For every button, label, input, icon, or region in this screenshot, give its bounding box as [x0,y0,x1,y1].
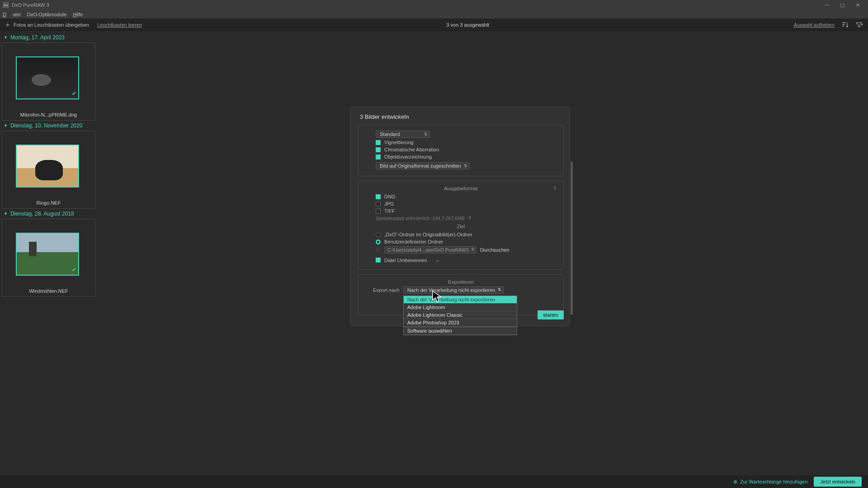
destination-section-title: Ziel [364,224,558,229]
correction-preset-value: Standard [380,131,400,137]
output-panel: Ausgabeformat ? DNG JPG TIFF Speicherpla… [358,181,564,270]
develop-now-button[interactable]: Jetzt entwickeln [814,477,862,487]
crop-select[interactable]: Bild auf Originalformat zugeschnitten ⇅ [376,162,470,169]
filter-icon[interactable]: ▾ [855,21,863,29]
thumbnail-filename: Windmühlen.NEF [16,288,81,294]
collapse-icon: ▼ [4,211,8,216]
crop-select-value: Bild auf Originalformat zugeschnitten [380,163,461,169]
caret-icon: ⇅ [464,164,467,168]
plus-icon: ＋ [5,21,11,29]
vignetting-checkbox[interactable] [376,140,381,145]
selected-check-icon: ✔ [72,90,76,97]
footer-bar: ⊕ Zur Warteschlange hinzufügen Jetzt ent… [0,475,868,488]
export-option[interactable]: Software auswählen [404,327,517,335]
thumbnail[interactable]: ✔ [16,145,79,188]
export-to-label: Export nach [373,287,400,293]
export-option[interactable]: Adobe Photoshop 2023 [404,319,517,327]
collapse-icon: ▼ [4,123,8,128]
export-dropdown: Nach der Verarbeitung nicht exportieren … [403,296,517,335]
start-button[interactable]: starten [538,310,564,319]
thumbnail-filename: Ringo.NEF [16,200,81,206]
selected-check-icon: ✔ [72,267,76,273]
add-photos-button[interactable]: ＋ Fotos an Leuchtkasten übergeben [5,21,89,29]
browse-button[interactable]: Durchsuchen [480,247,509,253]
dng-checkbox[interactable] [376,194,381,199]
tiff-checkbox[interactable] [376,209,381,214]
maximize-button[interactable]: ▢ [835,0,850,10]
export-target-value: Nach der Verarbeitung nicht exportieren [407,287,495,293]
export-target-select[interactable]: Nach der Verarbeitung nicht exportieren … [403,286,504,294]
correction-preset-select[interactable]: Standard ⇅ [376,131,430,138]
chevron-down-icon[interactable]: ⌄ [435,257,439,263]
rename-label: Datei Umbenennen [384,258,427,263]
dialog-scrollbar[interactable] [571,161,573,315]
dxo-folder-radio[interactable] [376,232,381,237]
add-to-queue-label: Zur Warteschlange hinzufügen [740,479,807,484]
thumbnail[interactable]: ✔ [16,233,79,276]
add-to-queue-button[interactable]: ⊕ Zur Warteschlange hinzufügen [733,479,807,485]
dialog-title: 3 Bilder entwickeln [358,113,564,120]
selected-check-icon: ✔ [72,178,76,185]
develop-dialog: 3 Bilder entwickeln Standard ⇅ Vignettie… [350,107,570,326]
close-button[interactable]: ✕ [850,0,865,10]
distortion-checkbox[interactable] [376,155,381,160]
toolbar: ＋ Fotos an Leuchtkasten übergeben Leucht… [0,19,868,31]
minimize-button[interactable]: ─ [819,0,835,10]
caret-icon: ⇅ [424,132,428,136]
output-section-title: Ausgabeformat ? [364,186,558,191]
date-label: Dienstag, 10. November 2020 [10,122,82,129]
export-option[interactable]: Adobe Lightroom [404,304,517,311]
destination-path-value: C:/Users/stefa/4...ase/DxO PureRAW3 [387,247,469,253]
menu-help[interactable]: HilfeHilfe [73,12,83,17]
menu-modules[interactable]: DxO-Optikmodule [27,12,66,17]
dng-label: DNG [384,194,395,199]
thumbnail-image [17,234,78,275]
corrections-panel: Standard ⇅ Vignettierung Chromatische Ab… [358,125,564,176]
chroma-checkbox[interactable] [376,147,381,152]
date-label: Montag, 17. April 2023 [10,34,65,41]
sidebar: ▼ Montag, 17. April 2023 ✔ Mikrofon-N...… [0,31,97,475]
rename-checkbox[interactable] [376,258,381,263]
add-photos-label: Fotos an Leuchtkasten übergeben [14,22,89,28]
content-area: 3 Bilder entwickeln Standard ⇅ Vignettie… [97,31,868,475]
plus-circle-icon: ⊕ [733,479,737,485]
date-label: Dienstag, 28. August 2018 [10,211,74,217]
deselect-button[interactable]: Auswahl aufheben [793,22,835,28]
jpg-label: JPG [384,201,394,206]
distortion-label: Objektivverzeichnung [384,154,432,160]
title-bar: Dx DxO PureRAW 3 ─ ▢ ✕ [0,0,868,10]
jpg-checkbox[interactable] [376,202,381,206]
tiff-label: TIFF [384,208,395,214]
app-icon: Dx [3,2,9,8]
help-icon[interactable]: ? [553,186,556,191]
menu-file[interactable]: DDateiatei [3,12,21,17]
thumbnail-image [17,57,78,99]
caret-icon: ⇅ [471,247,475,252]
collapse-icon: ▼ [4,35,8,40]
dxo-folder-label: „DxO“-Ordner im Originalbild(er)-Ordner [384,232,472,237]
export-option[interactable]: Adobe Lightroom Classic [404,311,517,319]
thumbnail-filename: Mikrofon-N...pPRIME.dng [16,112,81,117]
export-option[interactable]: Nach der Verarbeitung nicht exportieren [404,296,517,304]
custom-folder-label: Benutzerdefinierter Ordner [384,239,443,244]
custom-folder-radio[interactable] [376,239,381,244]
date-group-header[interactable]: ▼ Dienstag, 28. August 2018 [0,209,97,219]
selection-status: 3 von 3 ausgewählt [142,22,793,28]
help-icon[interactable]: ? [468,216,471,221]
storage-required: Speicherplatz erforderlich: 164,7-267,6M… [376,216,465,221]
vignetting-label: Vignettierung [384,140,414,145]
chroma-label: Chromatische Aberration [384,147,439,152]
thumbnail[interactable]: ✔ [16,56,79,99]
favorite-icon[interactable]: ☆ [376,247,381,253]
caret-icon: ⇅ [498,287,501,292]
export-panel: Exportieren Export nach Nach der Verarbe… [358,274,564,315]
date-group-header[interactable]: ▼ Dienstag, 10. November 2020 [0,121,97,131]
destination-path[interactable]: C:/Users/stefa/4...ase/DxO PureRAW3 ⇅ [384,246,476,253]
clear-lightbox-button[interactable]: Leuchtkasten leeren [97,22,142,28]
date-group-header[interactable]: ▼ Montag, 17. April 2023 [0,33,97,42]
export-section-title: Exportieren [364,279,558,285]
sort-icon[interactable] [841,21,849,29]
menu-bar: DDateiatei DxO-Optikmodule HilfeHilfe [0,10,868,19]
thumbnail-image [17,145,78,187]
app-title: DxO PureRAW 3 [12,2,49,8]
